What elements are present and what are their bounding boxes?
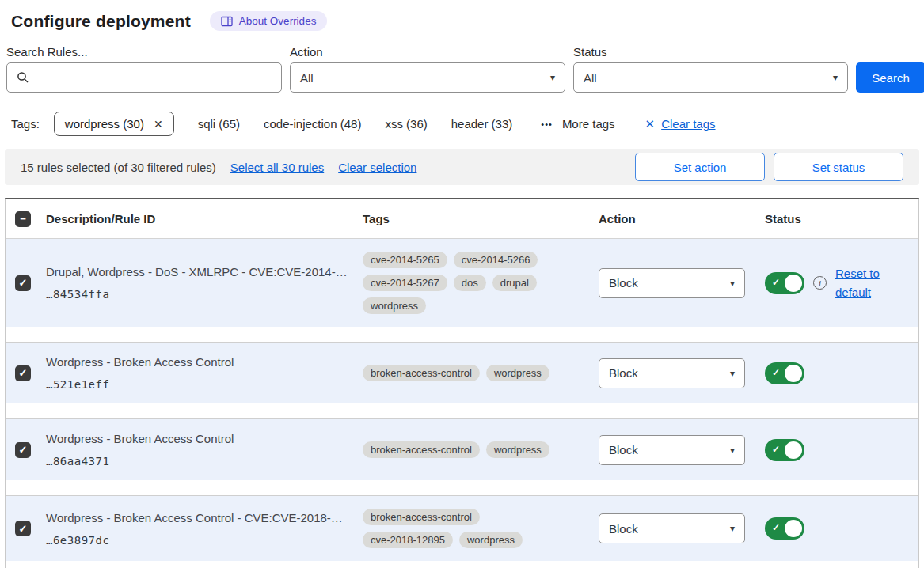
tag-pill: wordpress: [486, 441, 549, 458]
check-icon: ✓: [19, 367, 28, 379]
toggle-knob: [785, 365, 802, 382]
tag-pill: wordpress: [363, 297, 426, 314]
selected-tag-label: wordpress (30): [65, 117, 144, 131]
chevron-down-icon: ▾: [730, 523, 735, 534]
search-input[interactable]: [36, 63, 272, 92]
rule-description: Wordpress - Broken Access Control: [46, 355, 363, 369]
tag-filter-item[interactable]: sqli (65): [198, 117, 240, 131]
rule-action-select[interactable]: Block ▾: [599, 268, 745, 298]
rule-tags: broken-access-controlcve-2018-12895wordp…: [363, 509, 567, 548]
tag-filter-item[interactable]: xss (36): [385, 117, 427, 131]
selected-tag-pill[interactable]: wordpress (30) ✕: [54, 112, 174, 136]
tags-label: Tags:: [11, 117, 40, 131]
about-overrides-badge[interactable]: About Overrides: [210, 11, 328, 31]
rule-action-value: Block: [609, 366, 638, 380]
chevron-down-icon: ▾: [730, 445, 735, 456]
more-tags-button[interactable]: ••• More tags: [541, 117, 614, 131]
action-filter-select[interactable]: All ▾: [290, 62, 565, 93]
set-status-button[interactable]: Set status: [774, 153, 903, 181]
rule-description-cell: Drupal, Wordpress - DoS - XMLRPC - CVE:C…: [46, 265, 363, 301]
filters-bar: Search Rules... Action All ▾ Status All …: [6, 45, 919, 93]
rule-id: …84534ffa: [46, 288, 363, 301]
tag-pill: wordpress: [486, 365, 549, 381]
page-title: Configure deployment: [11, 12, 191, 31]
rule-status-cell: ✓: [759, 362, 918, 384]
check-icon: ✓: [772, 367, 780, 378]
clear-tags-label: Clear tags: [661, 117, 715, 131]
book-icon: [221, 16, 233, 27]
status-toggle[interactable]: ✓: [765, 517, 804, 540]
more-tags-label: More tags: [562, 117, 615, 131]
select-all-rules-link[interactable]: Select all 30 rules: [230, 161, 324, 174]
action-filter: Action All ▾: [290, 45, 565, 93]
table-row: ✓ Wordpress - Broken Access Control …86a…: [6, 418, 918, 480]
rule-action-value: Block: [609, 522, 638, 536]
selection-summary: 15 rules selected (of 30 filtered rules): [21, 161, 216, 174]
rule-action-select[interactable]: Block ▾: [599, 435, 745, 465]
rule-action-cell: Block ▾: [599, 268, 759, 298]
row-checkbox[interactable]: ✓: [15, 521, 31, 536]
tags-bar: Tags: wordpress (30) ✕ sqli (65)code-inj…: [11, 112, 919, 136]
header-checkbox-cell: −: [6, 211, 46, 227]
search-filter: Search Rules...: [6, 45, 282, 93]
search-button[interactable]: Search: [856, 62, 924, 93]
row-checkbox-cell: ✓: [6, 365, 46, 381]
header-tags: Tags: [363, 212, 599, 225]
rule-tags-cell: broken-access-controlwordpress: [363, 365, 599, 381]
clear-tags-icon: ✕: [645, 117, 656, 131]
check-icon: ✓: [19, 444, 28, 456]
rule-description: Wordpress - Broken Access Control - CVE:…: [46, 511, 363, 524]
row-checkbox-cell: ✓: [6, 275, 46, 291]
clear-tags-link[interactable]: ✕ Clear tags: [645, 117, 716, 131]
status-toggle[interactable]: ✓: [765, 272, 804, 294]
clear-selection-link[interactable]: Clear selection: [338, 161, 416, 174]
chevron-down-icon: ▾: [833, 72, 838, 83]
chevron-down-icon: ▾: [730, 278, 735, 289]
rule-description: Drupal, Wordpress - DoS - XMLRPC - CVE:C…: [46, 265, 363, 278]
status-toggle[interactable]: ✓: [765, 439, 804, 461]
status-toggle[interactable]: ✓: [765, 362, 804, 384]
row-checkbox[interactable]: ✓: [15, 275, 31, 291]
tag-filter-item[interactable]: code-injection (48): [264, 117, 361, 131]
bulk-actions: Set action Set status: [635, 153, 903, 181]
header-description: Description/Rule ID: [46, 212, 363, 225]
tag-pill: wordpress: [459, 532, 523, 548]
tag-pill: broken-access-control: [363, 509, 480, 525]
rule-id: …6e3897dc: [46, 534, 363, 547]
select-all-checkbox[interactable]: −: [15, 211, 31, 227]
rule-description-cell: Wordpress - Broken Access Control …521e1…: [46, 355, 363, 391]
row-checkbox[interactable]: ✓: [15, 442, 31, 458]
tag-filter-item[interactable]: header (33): [451, 117, 513, 131]
page-header: Configure deployment About Overrides: [11, 11, 919, 31]
rule-status-cell: ✓ i Reset to default: [759, 264, 918, 302]
rule-description-cell: Wordpress - Broken Access Control …86aa4…: [46, 432, 363, 468]
check-icon: ✓: [772, 522, 780, 533]
header-status: Status: [759, 212, 918, 225]
indeterminate-icon: −: [20, 213, 26, 225]
rule-tags-cell: broken-access-controlwordpress: [363, 441, 599, 458]
rule-description-cell: Wordpress - Broken Access Control - CVE:…: [46, 511, 363, 547]
rule-id: …86aa4371: [46, 455, 363, 468]
remove-tag-icon[interactable]: ✕: [154, 118, 163, 131]
set-action-button[interactable]: Set action: [635, 153, 765, 181]
rule-action-value: Block: [609, 443, 638, 456]
reset-to-default-link[interactable]: Reset to default: [835, 264, 886, 302]
tag-pill: cve-2014-5266: [454, 252, 538, 268]
row-checkbox[interactable]: ✓: [15, 365, 31, 381]
row-checkbox-cell: ✓: [6, 521, 46, 536]
rule-action-cell: Block ▾: [599, 358, 759, 388]
tag-pill: broken-access-control: [363, 365, 480, 381]
action-label: Action: [290, 45, 565, 59]
rules-table: − Description/Rule ID Tags Action Status…: [5, 198, 919, 568]
tag-pill: cve-2018-12895: [363, 532, 453, 548]
configure-deployment-page: Configure deployment About Overrides Sea…: [0, 0, 924, 568]
rule-tags: cve-2014-5265cve-2014-5266cve-2014-5267d…: [363, 252, 567, 314]
rule-action-select[interactable]: Block ▾: [599, 358, 745, 388]
toggle-knob: [785, 441, 802, 459]
rule-description: Wordpress - Broken Access Control: [46, 432, 363, 445]
table-row: ✓ Wordpress - Broken Access Control …521…: [6, 342, 918, 403]
tag-pill: dos: [454, 275, 486, 291]
status-filter-select[interactable]: All ▾: [573, 62, 848, 93]
check-icon: ✓: [19, 277, 28, 289]
rule-action-select[interactable]: Block ▾: [599, 513, 745, 543]
